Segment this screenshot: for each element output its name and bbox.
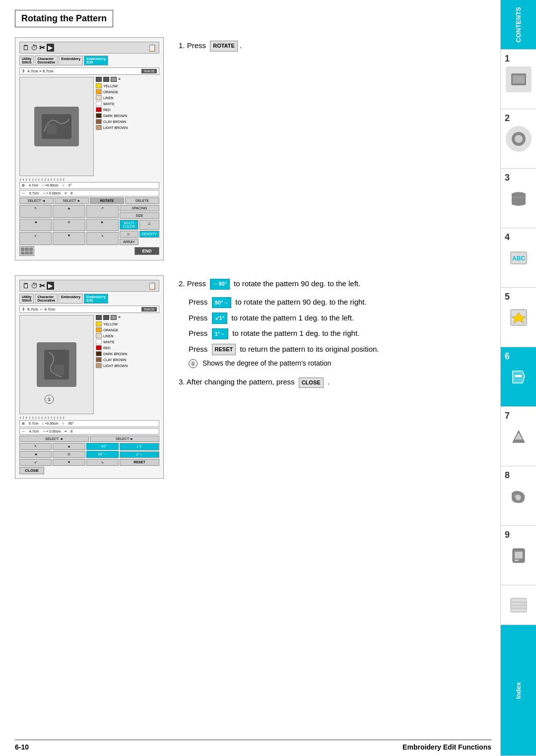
- svg-point-3: [515, 135, 523, 143]
- menu-embroidery-2: Embroidery: [59, 294, 83, 304]
- ch7-number: 7: [505, 411, 510, 421]
- btn-nav-down-2[interactable]: ▼: [53, 459, 85, 466]
- btn-rotate-1r[interactable]: 1°→: [120, 451, 159, 458]
- btn-rotate-1l[interactable]: ↙1°: [120, 443, 159, 450]
- ch8-number: 8: [505, 470, 510, 481]
- sidebar-tab-ch4[interactable]: 4 ABC: [500, 228, 536, 288]
- step-3-number: 3.: [179, 378, 187, 386]
- rotate-1r-key[interactable]: 1°→: [212, 328, 229, 340]
- color-red: RED: [96, 107, 159, 112]
- menu-embroidery: Embroidery: [59, 56, 83, 65]
- menu-utility: Utility Stitch: [19, 56, 34, 65]
- btn-nav-center-2[interactable]: ⊙: [53, 451, 85, 458]
- btn-nav-up[interactable]: ▲: [53, 205, 85, 218]
- svg-rect-19: [54, 365, 64, 375]
- btn-nav-dr[interactable]: ↘: [86, 232, 119, 245]
- btn-nav-left[interactable]: ◄: [19, 219, 52, 232]
- panel-icons-2: 🗒 ⏱ ✂ ▶: [22, 282, 54, 290]
- color-dark-brown-2: DARK BROWN: [96, 351, 159, 356]
- btn-rotate-90r[interactable]: 90°→: [86, 451, 119, 458]
- panel-data-row-2a: ⊞ 6.7cm ↕ +0.00cm ○ 90°: [19, 420, 159, 427]
- sidebar-tab-ch9[interactable]: 9: [500, 526, 536, 585]
- rotate-90r-key[interactable]: 90°→: [212, 297, 232, 309]
- btn-close-panel[interactable]: CLOSE: [19, 467, 44, 474]
- btn-select-left[interactable]: SELECT ◄: [19, 197, 54, 204]
- panel-display-area-2: ① ⊕ YELLOW ORANG: [19, 315, 159, 414]
- sidebar-tab-ch5[interactable]: 5: [500, 288, 536, 347]
- sidebar-tab-ch2[interactable]: 2: [500, 109, 536, 169]
- pattern-image-1: [39, 112, 74, 141]
- step-2-substep-e: Press RESET to return the pattern to its…: [189, 343, 485, 356]
- svg-rect-17: [47, 124, 57, 134]
- extra-icon: [508, 594, 530, 616]
- panel-size-bar-1: ⇕ 4.7cm × 6.7cm IMAGE: [19, 67, 159, 75]
- btn-nav-dl-2[interactable]: ↙: [19, 459, 52, 466]
- btn-multi-color[interactable]: MULTI COLOR: [120, 220, 138, 230]
- ch2-icon: [509, 129, 529, 149]
- step-2d-press: Press: [189, 329, 207, 337]
- sidebar-tab-ch7[interactable]: 7: [500, 407, 536, 466]
- panel-data-row-2b: ↔ 4.7cm ↔+ 0.00cm ≡ 8: [19, 428, 159, 435]
- ch6-icon: [508, 366, 530, 388]
- rotate-key[interactable]: ROTATE: [210, 41, 238, 52]
- panel-btn-row-select-2[interactable]: SELECT ◄ SELECT ►: [19, 436, 159, 442]
- rotate-1l-key[interactable]: ↙1°: [212, 313, 228, 324]
- sidebar-tab-ch1[interactable]: 1: [500, 50, 536, 109]
- btn-array[interactable]: ARRAY: [120, 239, 138, 245]
- btn-spacing[interactable]: SPACING: [120, 205, 159, 211]
- btn-nav-left-2[interactable]: ◄: [19, 451, 52, 458]
- ch2-number: 2: [505, 113, 510, 124]
- close-key[interactable]: CLOSE: [299, 378, 324, 388]
- ch6-number: 6: [505, 351, 510, 362]
- color-white: WHITE: [96, 101, 159, 106]
- btn-nav-dr-2[interactable]: ↘: [86, 459, 119, 466]
- btn-nav-center[interactable]: ⊙: [53, 219, 85, 232]
- rotate-90l-key[interactable]: ←90°: [210, 279, 230, 290]
- btn-nav-ul[interactable]: ↖: [19, 205, 52, 218]
- color-linen: LINEN: [96, 95, 159, 100]
- color-white-2: WHITE: [96, 339, 159, 344]
- btn-size[interactable]: SIZE: [120, 212, 159, 219]
- btn-nav-ul-2[interactable]: ↖: [19, 443, 52, 450]
- btn-select-right[interactable]: SELECT ►: [55, 197, 89, 204]
- color-yellow-2: YELLOW: [96, 321, 159, 326]
- btn-rotate[interactable]: ROTATE: [90, 197, 124, 204]
- btn-reset[interactable]: RESET: [120, 459, 159, 466]
- menu-embroidery-edit-2: Embroidery Edit: [84, 294, 108, 304]
- btn-tri2[interactable]: ▷: [120, 231, 138, 238]
- btn-tri1[interactable]: △: [139, 220, 159, 230]
- btn-delete[interactable]: DELETE: [125, 197, 159, 204]
- sidebar-tab-ch3[interactable]: 3: [500, 169, 536, 228]
- svg-text:ABC: ABC: [512, 255, 525, 262]
- btn-end[interactable]: END: [134, 247, 159, 255]
- step-2e-suffix: to return the pattern to its original po…: [240, 345, 379, 353]
- panel-nav-rotate-row: ↖ ▲ ←90° ◄ ⊙ 90°→ ↙ ▼ ↘ ↙1° 1°→ RESET: [19, 443, 159, 466]
- btn-rotate-90l[interactable]: ←90°: [86, 443, 119, 450]
- sidebar-tab-contents[interactable]: CONTENTS: [500, 0, 536, 50]
- sidebar-tab-ch6[interactable]: 6: [500, 347, 536, 407]
- btn-nav-dl[interactable]: ↙: [19, 232, 52, 245]
- rotation-note: ① Shows the degree of the pattern's rota…: [189, 359, 485, 368]
- btn-nav-ur[interactable]: ↗: [86, 205, 119, 218]
- color-clay-brown: CLAY BROWN: [96, 119, 159, 124]
- ch5-icon: [508, 307, 530, 328]
- reset-key[interactable]: RESET: [212, 344, 236, 355]
- panel-data-row-1a: ⊞ 4.7cm ↕ +0.00cm ○ 0°: [19, 182, 159, 189]
- step-1-period: .: [240, 41, 242, 50]
- panel-btn-row-select[interactable]: SELECT ◄ SELECT ► ROTATE DELETE: [19, 197, 159, 204]
- panel-menu-bar-2: Utility Stitch Character Decorative Embr…: [19, 294, 159, 304]
- btn-density[interactable]: DENSITY: [139, 231, 159, 238]
- sidebar-tab-ch8[interactable]: 8: [500, 466, 536, 526]
- btn-select-left-2[interactable]: SELECT ◄: [19, 436, 89, 442]
- btn-nav-up-2[interactable]: ▲: [53, 443, 85, 450]
- section-title: Rotating the Pattern: [15, 10, 113, 27]
- btn-nav-right[interactable]: ►: [86, 219, 119, 232]
- sidebar-tab-index[interactable]: Index: [500, 625, 536, 756]
- machine-panel-1: 🗒 ⏱ ✂ ▶ 📋 Utility Stitch Character Decor…: [15, 37, 164, 260]
- btn-nav-down[interactable]: ▼: [53, 232, 85, 245]
- panel-top-bar: 🗒 ⏱ ✂ ▶ 📋: [19, 42, 159, 54]
- footer-title: Embroidery Edit Functions: [402, 743, 491, 751]
- btn-select-right-2[interactable]: SELECT ►: [90, 436, 159, 442]
- color-light-brown-2: LIGHT BROWN: [96, 363, 159, 368]
- content-row-1: 🗒 ⏱ ✂ ▶ 📋 Utility Stitch Character Decor…: [15, 37, 485, 260]
